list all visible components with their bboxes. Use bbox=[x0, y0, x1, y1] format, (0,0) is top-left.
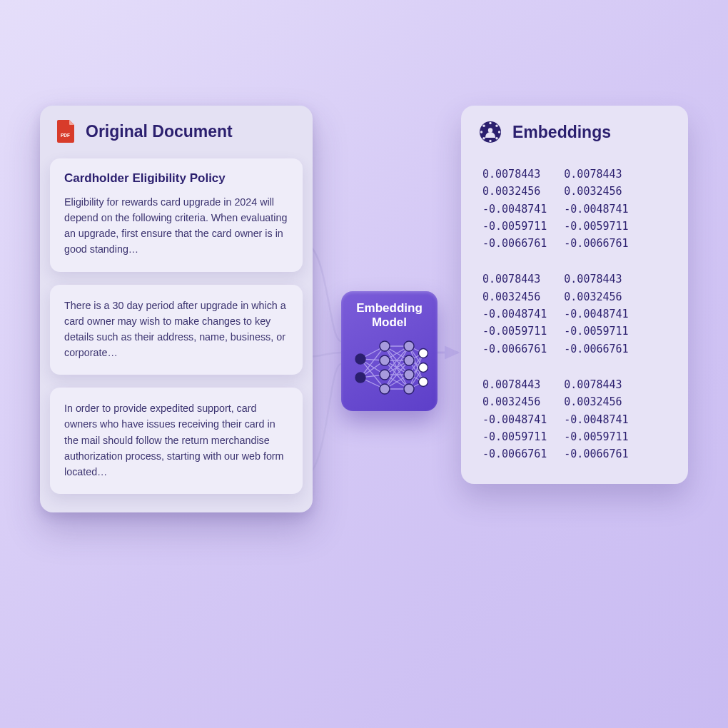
embedding-value: 0.0032456 bbox=[564, 288, 628, 305]
svg-point-46 bbox=[404, 370, 414, 380]
svg-point-57 bbox=[482, 137, 485, 139]
chunk-text: There is a 30 day period after upgrade i… bbox=[64, 298, 288, 361]
embedding-value: -0.0059711 bbox=[564, 428, 628, 445]
document-header: PDF Original Document bbox=[40, 106, 313, 154]
diagram-canvas: PDF Original Document Cardholder Eligibi… bbox=[0, 0, 728, 728]
pdf-icon: PDF bbox=[57, 120, 76, 143]
embedding-value: 0.0078443 bbox=[564, 271, 628, 288]
embedding-value: -0.0048741 bbox=[482, 411, 547, 428]
embeddings-group: 0.00784430.0032456-0.0048741-0.0059711-0… bbox=[482, 271, 671, 357]
svg-point-59 bbox=[482, 125, 485, 127]
chunk-text: In order to provide expedited support, c… bbox=[64, 400, 288, 480]
original-document-card: PDF Original Document Cardholder Eligibi… bbox=[40, 106, 313, 512]
chunk-heading: Cardholder Eligibility Policy bbox=[64, 171, 288, 186]
svg-point-39 bbox=[355, 373, 365, 383]
embedding-value: 0.0032456 bbox=[564, 183, 628, 200]
svg-point-55 bbox=[495, 137, 497, 139]
embedding-value: 0.0078443 bbox=[482, 271, 547, 288]
embeddings-column: 0.00784430.0032456-0.0048741-0.0059711-0… bbox=[482, 376, 547, 462]
embedding-value: -0.0066761 bbox=[482, 340, 547, 358]
model-label-line: Model bbox=[372, 315, 407, 329]
embeddings-column: 0.00784430.0032456-0.0048741-0.0059711-0… bbox=[482, 271, 547, 357]
embedding-value: 0.0032456 bbox=[482, 183, 547, 200]
document-title: Original Document bbox=[86, 122, 233, 141]
svg-point-58 bbox=[480, 131, 482, 133]
embeddings-column: 0.00784430.0032456-0.0048741-0.0059711-0… bbox=[564, 376, 628, 462]
svg-point-54 bbox=[498, 131, 500, 133]
embedding-value: -0.0059711 bbox=[564, 218, 628, 235]
embeddings-card: Embeddings 0.00784430.0032456-0.0048741-… bbox=[461, 106, 688, 484]
embedding-value: -0.0066761 bbox=[482, 445, 547, 462]
svg-point-41 bbox=[380, 355, 390, 365]
svg-point-42 bbox=[380, 370, 390, 380]
embeddings-column: 0.00784430.0032456-0.0048741-0.0059711-0… bbox=[482, 166, 547, 252]
svg-point-45 bbox=[404, 355, 414, 365]
embedding-value: 0.0078443 bbox=[564, 376, 628, 393]
embeddings-icon bbox=[478, 120, 502, 144]
svg-point-53 bbox=[495, 125, 497, 127]
embeddings-title: Embeddings bbox=[512, 123, 611, 142]
embedding-value: -0.0048741 bbox=[564, 411, 628, 428]
embedding-value: 0.0032456 bbox=[482, 393, 547, 410]
svg-point-56 bbox=[489, 140, 491, 142]
svg-point-48 bbox=[418, 348, 428, 358]
embeddings-column: 0.00784430.0032456-0.0048741-0.0059711-0… bbox=[564, 271, 628, 357]
svg-point-49 bbox=[418, 363, 428, 372]
document-chunk: In order to provide expedited support, c… bbox=[50, 388, 303, 494]
chunk-text: Eligibility for rewards card upgrade in … bbox=[64, 194, 288, 258]
embedding-value: 0.0032456 bbox=[564, 393, 628, 410]
embedding-value: 0.0078443 bbox=[482, 376, 547, 393]
embeddings-group: 0.00784430.0032456-0.0048741-0.0059711-0… bbox=[482, 376, 671, 462]
embedding-value: -0.0059711 bbox=[482, 218, 547, 235]
embedding-value: -0.0048741 bbox=[564, 305, 628, 323]
svg-point-50 bbox=[418, 377, 428, 386]
embedding-value: -0.0066761 bbox=[482, 235, 547, 252]
embedding-value: 0.0032456 bbox=[482, 288, 547, 305]
neural-network-icon bbox=[350, 338, 429, 399]
svg-point-40 bbox=[380, 341, 390, 351]
embedding-value: 0.0078443 bbox=[564, 166, 628, 183]
document-body: Cardholder Eligibility Policy Eligibilit… bbox=[40, 154, 313, 512]
embedding-value: -0.0059711 bbox=[564, 323, 628, 340]
embedding-value: -0.0059711 bbox=[482, 428, 547, 445]
embedding-value: -0.0066761 bbox=[564, 340, 628, 358]
embedding-value: -0.0048741 bbox=[482, 201, 547, 218]
svg-point-43 bbox=[380, 384, 390, 394]
model-label-line: Embedding bbox=[356, 301, 423, 315]
embedding-value: 0.0078443 bbox=[482, 166, 547, 183]
embeddings-column: 0.00784430.0032456-0.0048741-0.0059711-0… bbox=[564, 166, 628, 252]
embeddings-header: Embeddings bbox=[461, 106, 688, 154]
embedding-value: -0.0048741 bbox=[564, 201, 628, 218]
embeddings-group: 0.00784430.0032456-0.0048741-0.0059711-0… bbox=[482, 166, 671, 252]
embedding-value: -0.0048741 bbox=[482, 305, 547, 323]
svg-point-60 bbox=[488, 128, 492, 132]
svg-point-47 bbox=[404, 384, 414, 394]
embedding-value: -0.0059711 bbox=[482, 323, 547, 340]
embedding-model-box: Embedding Model bbox=[341, 291, 438, 411]
svg-point-38 bbox=[355, 354, 365, 364]
document-chunk: Cardholder Eligibility Policy Eligibilit… bbox=[50, 158, 303, 272]
svg-point-52 bbox=[489, 122, 491, 124]
svg-point-44 bbox=[404, 341, 414, 351]
svg-text:PDF: PDF bbox=[61, 133, 70, 138]
document-chunk: There is a 30 day period after upgrade i… bbox=[50, 285, 303, 375]
embedding-value: -0.0066761 bbox=[564, 445, 628, 462]
embedding-value: -0.0066761 bbox=[564, 235, 628, 252]
embeddings-body: 0.00784430.0032456-0.0048741-0.0059711-0… bbox=[461, 154, 688, 484]
embedding-model-label: Embedding Model bbox=[356, 301, 423, 330]
